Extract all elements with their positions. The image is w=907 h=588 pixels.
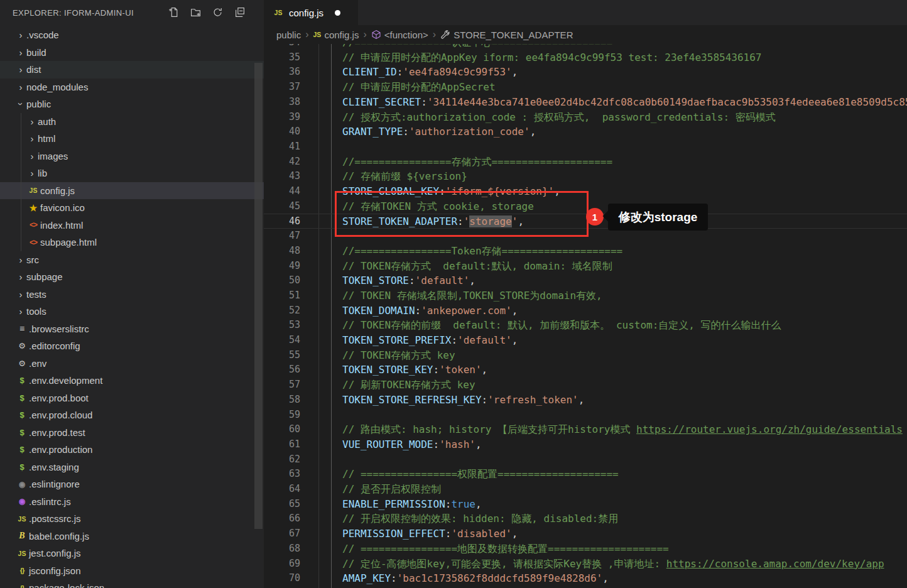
modified-dot-icon[interactable] (335, 10, 340, 16)
code-line-51[interactable]: 51// TOKEN 存储域名限制,TOKEN_STORE为domain有效, (264, 288, 907, 303)
comment-link[interactable]: https://console.amap.com/dev/key/app (666, 558, 884, 570)
code-line-62[interactable]: 62 (264, 452, 907, 467)
code-line-66[interactable]: 66// 开启权限控制的效果: hidden: 隐藏, disabled:禁用 (264, 511, 907, 526)
js-file-icon: JS (271, 9, 285, 16)
tree-folder-node-modules[interactable]: ›node_modules (0, 79, 264, 96)
tree-file--eslintignore[interactable]: ◉.eslintignore (0, 476, 264, 493)
sidebar-scrollbar-thumb[interactable] (254, 63, 263, 529)
line-content: // 定位-高德地图key,可能会更换, 请根据实际Key替换 ,申请地址: h… (342, 557, 884, 572)
code-line-39[interactable]: 39// 授权方式:authorization_code : 授权码方式, pa… (264, 110, 907, 125)
code-line-69[interactable]: 69// 定位-高德地图key,可能会更换, 请根据实际Key替换 ,申请地址:… (264, 557, 907, 572)
tree-folder-auth[interactable]: ›auth (0, 113, 264, 131)
tree-file-subpage-html[interactable]: <>subpage.html (0, 234, 264, 251)
code-line-67[interactable]: 67PERMISSION_EFFECT:'disabled', (264, 526, 907, 542)
tree-folder-subpage[interactable]: ›subpage (0, 268, 264, 286)
tree-file--env-staging[interactable]: $.env.staging (0, 459, 264, 476)
html-file-icon: <> (26, 238, 40, 247)
breadcrumb-item-store-token-adapter[interactable]: STORE_TOKEN_ADAPTER (440, 30, 573, 40)
tree-item-label: index.html (40, 220, 83, 231)
tree-item-label: package-lock.json (29, 582, 104, 588)
tree-file--env-development[interactable]: $.env.development (0, 372, 264, 389)
code-line-36[interactable]: 36CLIENT_ID:'ee4fa894c9c99f53', (264, 65, 907, 80)
tree-folder-public[interactable]: ›public (0, 95, 264, 113)
tab-config-js[interactable]: JS config.js (264, 0, 358, 25)
code-line-52[interactable]: 52TOKEN_DOMAIN:'ankepower.com', (264, 303, 907, 318)
line-number: 42 (264, 155, 300, 170)
code-line-43[interactable]: 43// 存储前缀 ${version} (264, 169, 907, 184)
tree-folder-tests[interactable]: ›tests (0, 286, 264, 303)
line-number: 63 (264, 467, 300, 482)
code-line-58[interactable]: 58TOKEN_STORE_REFRESH_KEY:'refresh_token… (264, 393, 907, 408)
tree-file-config-js[interactable]: JSconfig.js (0, 182, 264, 200)
tree-file-index-html[interactable]: <>index.html (0, 217, 264, 234)
tree-file-babel-config-js[interactable]: Bbabel.config.js (0, 528, 264, 545)
code-editor[interactable]: 34//================认证中心================… (264, 44, 907, 588)
code-token: , (469, 275, 475, 286)
tree-file-jsconfig-json[interactable]: {}jsconfig.json (0, 562, 264, 580)
code-line-38[interactable]: 38CLIENT_SECRET:'34114e44e3bca741e0ee02d… (264, 95, 907, 110)
tree-folder-build[interactable]: ›build (0, 44, 264, 62)
tree-folder-html[interactable]: ›html (0, 130, 264, 148)
code-line-60[interactable]: 60// 路由模式: hash; history 【后端支持可开history模… (264, 422, 907, 437)
tree-file--postcssrc-js[interactable]: JS.postcssrc.js (0, 510, 264, 528)
tree-item-label: .editorconfig (29, 340, 80, 351)
code-line-40[interactable]: 40GRANT_TYPE:'authorization_code', (264, 124, 907, 139)
tree-file--eslintrc-js[interactable]: ◉.eslintrc.js (0, 493, 264, 511)
code-token: : (482, 394, 488, 406)
comment-link[interactable]: https://router.vuejs.org/zh/guide/essent… (636, 423, 903, 435)
tree-file-package-lock-json[interactable]: {}package-lock.json (0, 579, 264, 588)
code-line-49[interactable]: 49// TOKEN存储方式 default:默认, domain: 域名限制 (264, 259, 907, 274)
tree-file--env-prod-test[interactable]: $.env.prod.test (0, 424, 264, 442)
code-line-63[interactable]: 63// ================权限配置===============… (264, 467, 907, 482)
breadcrumb-item-public[interactable]: public (276, 30, 301, 40)
tree-item-label: tools (26, 306, 46, 317)
code-line-54[interactable]: 54TOKEN_STORE_PREFIX:'default', (264, 333, 907, 348)
chevron-right-icon: › (15, 64, 26, 75)
vscode-window: EXPLORER: IFORM-ADMIN-UI ›.vscode›build›… (0, 0, 907, 588)
tree-folder-src[interactable]: ›src (0, 251, 264, 269)
code-line-70[interactable]: 70AMAP_KEY:'bac1c1735862f8dddcfd589f9e48… (264, 571, 907, 586)
gear-file-icon: ⚙ (15, 341, 29, 351)
refresh-button[interactable] (210, 5, 224, 19)
tree-file-favicon-ico[interactable]: ★favicon.ico (0, 199, 264, 217)
code-line-35[interactable]: 35// 申请应用时分配的AppKey iform: ee4fa894c9c99… (264, 50, 907, 65)
code-line-41[interactable]: 41 (264, 139, 907, 155)
code-line-53[interactable]: 53// TOKEN存储的前缀 default: 默认, 加前缀和版本。 cus… (264, 318, 907, 333)
code-line-48[interactable]: 48//================Token存储=============… (264, 244, 907, 259)
new-folder-button[interactable] (188, 5, 202, 19)
code-line-57[interactable]: 57// 刷新TOKEN存储方式 key (264, 378, 907, 393)
tree-file--env-prod-cloud[interactable]: $.env.prod.cloud (0, 406, 264, 424)
code-line-42[interactable]: 42//================存储方式================… (264, 155, 907, 170)
code-line-37[interactable]: 37// 申请应用时分配的AppSecret (264, 80, 907, 95)
tree-folder-images[interactable]: ›images (0, 148, 264, 165)
tree-file-jest-config-js[interactable]: JSjest.config.js (0, 545, 264, 562)
chevron-right-icon: › (26, 151, 38, 161)
tree-file--env[interactable]: ⚙.env (0, 355, 264, 373)
tree-folder-lib[interactable]: ›lib (0, 165, 264, 182)
tree-file--env-prod-boot[interactable]: $.env.prod.boot (0, 389, 264, 407)
collapse-folders-button[interactable] (232, 5, 246, 19)
explorer-actions (166, 5, 246, 19)
code-line-61[interactable]: 61VUE_ROUTER_MODE:'hash', (264, 437, 907, 452)
tree-folder--vscode[interactable]: ›.vscode (0, 26, 264, 44)
tree-file--editorconfig[interactable]: ⚙.editorconfig (0, 337, 264, 355)
code-line-34[interactable]: 34//================认证中心================… (264, 44, 907, 50)
tree-file--env-production[interactable]: $.env.production (0, 441, 264, 459)
code-line-50[interactable]: 50TOKEN_STORE:'default', (264, 273, 907, 288)
tree-file--browserslistrc[interactable]: ≡.browserslistrc (0, 320, 264, 338)
code-line-64[interactable]: 64// 是否开启权限控制 (264, 482, 907, 497)
code-line-65[interactable]: 65ENABLE_PERMISSION:true, (264, 497, 907, 512)
tree-item-label: src (26, 254, 39, 265)
code-token: 'hash' (439, 438, 475, 450)
code-line-68[interactable]: 68// ================地图及数据转换配置==========… (264, 542, 907, 557)
code-line-55[interactable]: 55// TOKEN存储方式 key (264, 348, 907, 363)
breadcrumb-item--function-[interactable]: <function> (371, 30, 428, 40)
code-line-56[interactable]: 56TOKEN_STORE_KEY:'token', (264, 362, 907, 378)
tree-folder-dist[interactable]: ›dist (0, 61, 264, 79)
code-token: // TOKEN存储方式 key (342, 349, 455, 361)
new-file-button[interactable] (166, 5, 180, 19)
tree-folder-tools[interactable]: ›tools (0, 303, 264, 320)
breadcrumb-item-config-js[interactable]: JSconfig.js (313, 30, 359, 40)
code-line-59[interactable]: 59 (264, 408, 907, 423)
line-number: 69 (264, 557, 300, 572)
